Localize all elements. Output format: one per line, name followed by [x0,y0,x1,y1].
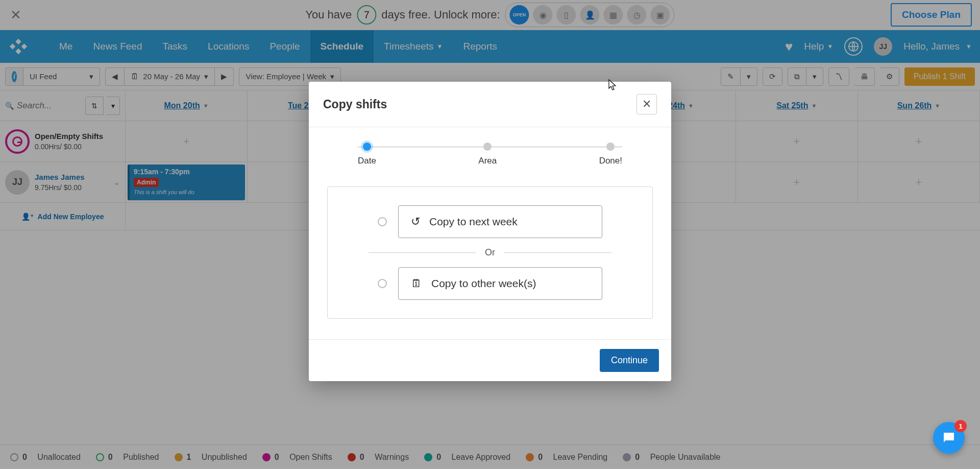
modal-footer: Continue [309,339,671,381]
copy-next-week-button[interactable]: ↺ Copy to next week [398,205,602,238]
chat-button[interactable]: 1 [933,422,965,454]
copy-other-weeks-button[interactable]: 🗓 Copy to other week(s) [398,267,602,300]
modal-title: Copy shifts [323,98,387,111]
history-icon: ↺ [411,215,420,228]
calendar-icon: 🗓 [411,277,422,290]
or-divider: Or [369,247,611,258]
chat-badge: 1 [954,420,967,432]
modal-close-button[interactable]: ✕ [636,94,657,114]
modal-body: Date Area Done! ↺ Copy to next week Or 🗓… [309,127,671,339]
close-icon: ✕ [642,98,651,111]
modal-header: Copy shifts ✕ [309,82,671,127]
copy-shifts-modal: Copy shifts ✕ Date Area Done! ↺ Copy to … [309,82,671,381]
radio-next-week[interactable] [378,217,387,226]
option-other-weeks-row: 🗓 Copy to other week(s) [348,267,632,300]
continue-button[interactable]: Continue [600,349,659,372]
stepper: Date Area Done! [358,143,622,166]
options-container: ↺ Copy to next week Or 🗓 Copy to other w… [327,186,653,319]
step-done: Done! [599,143,622,166]
step-area: Area [478,143,497,166]
step-date: Date [358,143,376,166]
option-next-week-row: ↺ Copy to next week [348,205,632,238]
radio-other-weeks[interactable] [378,279,387,288]
